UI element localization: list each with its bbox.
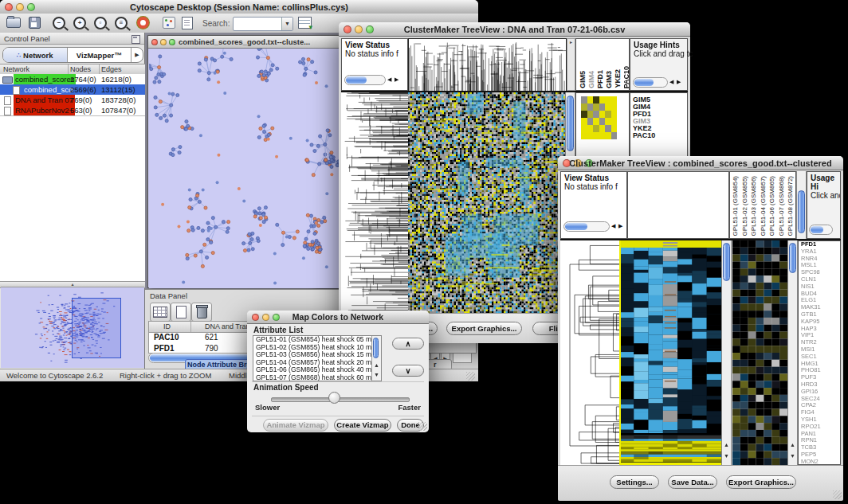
treeview-front-title-bar[interactable]: ClusterMaker TreeView : combined_scores_… <box>558 156 843 170</box>
scroll-down-arrow[interactable]: ▼ <box>372 371 381 378</box>
import-table-button[interactable] <box>298 15 312 30</box>
scrollbar-thumb[interactable] <box>634 79 654 86</box>
help-button[interactable] <box>137 15 149 30</box>
move-down-button[interactable]: ∨ <box>392 365 424 377</box>
column-header-id[interactable]: ID <box>163 322 171 330</box>
save-icon <box>29 17 41 29</box>
row-dendrogram-canvas[interactable] <box>560 240 620 465</box>
zoom-matrix[interactable] <box>581 96 617 139</box>
usage-hints-panel: Usage Hi Click anc <box>807 171 841 239</box>
column-dendrogram-canvas[interactable] <box>408 38 567 92</box>
matrix-cell <box>593 132 599 139</box>
column-header-network[interactable]: Network <box>3 65 29 73</box>
scroll-right-arrow[interactable]: ▶ <box>677 79 681 85</box>
zoom-selected-button[interactable]: ▫ <box>94 15 107 30</box>
speed-slider-track[interactable] <box>271 397 410 402</box>
expand-arrow-icon[interactable]: ▸ <box>567 39 575 45</box>
attribute-list-scrollbar[interactable]: ▲ ▼ <box>371 336 381 381</box>
vizmap-button[interactable] <box>163 15 175 30</box>
save-data-button[interactable]: Save Data... <box>668 475 717 489</box>
dialog-title-bar[interactable]: Map Colors to Network <box>247 311 429 324</box>
scrollbar-thumb[interactable] <box>811 226 823 233</box>
status-hscrollbar[interactable] <box>344 75 386 85</box>
new-attribute-button[interactable] <box>171 303 191 322</box>
column-tree-panel[interactable] <box>627 171 729 239</box>
resize-grip[interactable] <box>466 372 475 381</box>
network-list-row[interactable]: combined_sco2569(6)13112(15) <box>0 84 145 95</box>
status-hscrollbar[interactable] <box>563 221 610 232</box>
scrollbar-thumb[interactable] <box>373 338 379 358</box>
save-session-button[interactable] <box>29 15 41 30</box>
scroll-left-arrow[interactable]: ◀ <box>611 223 615 229</box>
delete-attribute-button[interactable] <box>191 303 212 322</box>
export-graphics-button[interactable]: Export Graphics... <box>446 322 522 335</box>
treeview-back-title-bar[interactable]: ClusterMaker TreeView : DNA and Tran 07-… <box>339 22 690 37</box>
scroll-right-arrow[interactable]: ▶ <box>618 223 622 229</box>
column-header-edges[interactable]: Edges <box>101 65 122 73</box>
network-overview-canvas[interactable] <box>2 288 143 367</box>
resize-grip[interactable] <box>418 422 427 431</box>
matrix-cell <box>581 104 587 111</box>
scroll-left-arrow[interactable]: ◀ <box>669 79 673 85</box>
global-heatmap-canvas[interactable] <box>619 240 721 465</box>
resize-grip[interactable] <box>833 490 842 499</box>
column-header-nodes[interactable]: Nodes <box>70 65 91 73</box>
annotation-button[interactable] <box>182 15 193 30</box>
scrollbar-thumb[interactable] <box>723 243 730 281</box>
network-window1-title: combined_scores_good.txt--cluste... <box>148 37 340 46</box>
scroll-down-arrow[interactable]: ▼ <box>788 452 797 459</box>
scrollbar-thumb[interactable] <box>567 96 574 151</box>
scroll-up-arrow[interactable]: ▲ <box>722 441 731 448</box>
export-graphics-button[interactable]: Export Graphics... <box>726 475 796 489</box>
attribute-select-button[interactable] <box>150 303 171 322</box>
scrollbar-thumb[interactable] <box>798 190 805 233</box>
open-session-button[interactable] <box>6 15 21 30</box>
attribute-list[interactable]: GPL51-01 (GSM854) heat shock 05 minGPL51… <box>253 335 382 381</box>
column-label: PFD1 <box>596 70 605 88</box>
row-dendrogram-canvas[interactable] <box>341 92 409 313</box>
zoom-out-button[interactable]: − <box>53 15 65 30</box>
animate-vizmap-button[interactable]: Animate Vizmap <box>263 419 328 432</box>
zoom-vscrollbar[interactable]: ▲ ▼ <box>787 240 798 465</box>
gene-label[interactable]: MON2 <box>799 459 840 465</box>
scroll-up-arrow[interactable]: ▲ <box>372 361 381 369</box>
global-heatmap-canvas[interactable] <box>408 92 565 313</box>
main-title-bar[interactable]: Cytoscape Desktop (Session Name: collins… <box>0 0 478 14</box>
zoom-in-button[interactable]: + <box>73 15 86 30</box>
network-view-canvas[interactable] <box>149 49 341 288</box>
network-list-row[interactable]: RNAPuberNov2+563(0)107847(0) <box>0 105 145 115</box>
speed-slider-thumb[interactable] <box>328 392 340 404</box>
annotation-icon <box>182 17 193 29</box>
chevron-down-icon[interactable]: ▼ <box>281 18 292 30</box>
hints-hscrollbar[interactable] <box>809 225 833 235</box>
usage-hints-text: Click and drag tc <box>630 49 687 58</box>
heatmap-vscrollbar[interactable]: ▲ ▼ <box>721 240 732 465</box>
labels-vscrollbar[interactable] <box>796 171 807 239</box>
network-view-window-1[interactable]: combined_scores_good.txt--cluste... <box>147 35 341 288</box>
scrollbar-thumb[interactable] <box>565 223 587 230</box>
scrollbar-thumb[interactable] <box>346 76 367 84</box>
tab-network[interactable]: ∴Network <box>3 48 68 62</box>
settings-button[interactable]: Settings... <box>610 475 659 489</box>
network-list-row[interactable]: DNA and Tran 07769(0)183728(0) <box>0 95 145 105</box>
attribute-list-item[interactable]: GPL51-07 (GSM868) heat shock 60 min <box>253 374 381 381</box>
tab-overflow-arrow[interactable]: ▶ <box>131 48 143 62</box>
file-icon <box>13 86 20 95</box>
network-window1-title-bar[interactable]: combined_scores_good.txt--cluste... <box>148 36 340 49</box>
create-vizmap-button[interactable]: Create Vizmap <box>334 419 391 432</box>
search-input[interactable]: ▼ <box>233 17 293 31</box>
scroll-right-arrow[interactable]: ▶ <box>395 76 398 83</box>
network-list-row[interactable]: combined_scores2764(0)16218(0) <box>0 74 145 84</box>
scroll-down-arrow[interactable]: ▼ <box>722 452 731 459</box>
scroll-left-arrow[interactable]: ◀ <box>387 76 391 83</box>
usage-hints-text: Click anc <box>807 191 840 200</box>
network-table-header: Network Nodes Edges <box>0 64 145 75</box>
tab-vizmapper[interactable]: VizMapper™ <box>68 48 132 62</box>
zoom-heatmap-canvas[interactable] <box>732 240 787 465</box>
scroll-up-arrow[interactable]: ▲ <box>788 441 797 448</box>
zoom-fit-button[interactable]: ≡ <box>115 15 128 30</box>
hints-hscrollbar[interactable] <box>633 77 668 88</box>
move-up-button[interactable]: ∧ <box>392 338 424 350</box>
scrollbar-thumb[interactable] <box>789 243 796 273</box>
float-panel-icon[interactable] <box>132 35 140 44</box>
